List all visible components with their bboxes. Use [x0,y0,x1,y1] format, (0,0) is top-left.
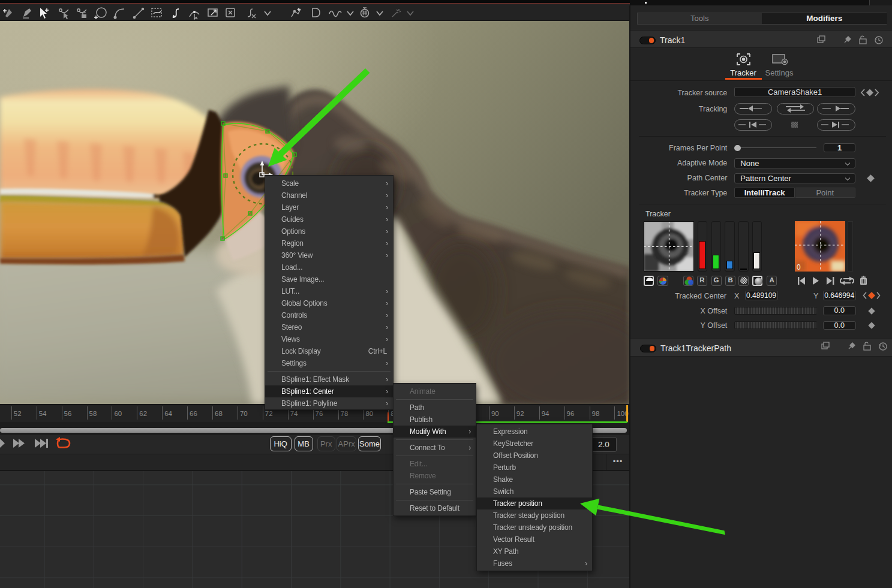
svg-text:0: 0 [797,263,801,272]
